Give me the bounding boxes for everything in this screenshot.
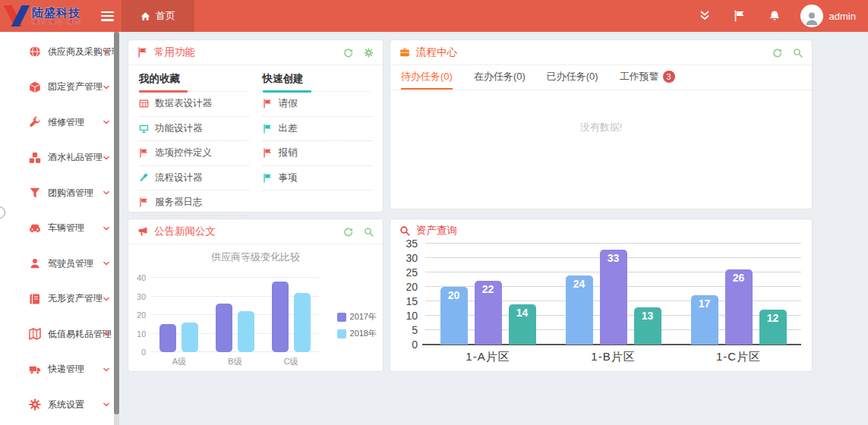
list-item[interactable]: 请假 xyxy=(263,92,373,117)
list-item[interactable]: 报销 xyxy=(263,141,373,166)
process-tab[interactable]: 在办任务(0) xyxy=(474,65,526,90)
chevron-down-icon xyxy=(103,225,110,232)
tab-quick-create[interactable]: 快速创建 xyxy=(263,65,373,92)
gear-icon[interactable] xyxy=(364,48,374,58)
brand-logo: 陆盛科技 倾听 倾心 倾力 xyxy=(0,3,99,29)
panel-process-header: 流程中心 xyxy=(390,40,812,65)
sidebar-item[interactable]: 驾驶员管理 xyxy=(0,246,119,282)
list-item[interactable]: 选项控件定义 xyxy=(139,141,249,166)
sidebar-item[interactable]: 无形资产管理 xyxy=(0,282,119,317)
list-item-label: 出差 xyxy=(279,122,298,135)
list-item-label: 功能设计器 xyxy=(155,122,203,135)
sidebar-item-label: 快递管理 xyxy=(48,363,84,376)
sidebar-item[interactable]: 维修管理 xyxy=(0,105,119,140)
bar xyxy=(159,324,176,352)
briefcase-icon xyxy=(399,47,410,58)
gear-icon xyxy=(29,398,41,411)
list-item-label: 请假 xyxy=(279,97,298,110)
y-axis-tick-label: 20 xyxy=(137,310,146,320)
home-icon xyxy=(140,11,150,21)
tab-home[interactable]: 首页 xyxy=(122,0,194,32)
username[interactable]: admin xyxy=(829,11,856,22)
bar-value-label: 17 xyxy=(699,298,711,310)
y-axis-tick-label: 10 xyxy=(406,310,418,322)
chevron-double-down-icon[interactable] xyxy=(699,10,711,22)
warning-count-badge: 3 xyxy=(663,71,675,83)
y-axis-tick-label: 15 xyxy=(406,295,418,307)
search-icon[interactable] xyxy=(793,48,803,58)
bar: 14 xyxy=(509,304,536,345)
chevron-down-icon xyxy=(103,48,110,55)
sidebar-item[interactable]: 低值易耗品管理 xyxy=(0,316,119,352)
gridline xyxy=(425,243,801,244)
bar-value-label: 33 xyxy=(608,252,620,264)
table-icon xyxy=(139,99,149,109)
avatar[interactable] xyxy=(800,5,823,27)
quick-create-list: 请假出差报销事项 xyxy=(263,92,373,190)
legend-swatch xyxy=(337,313,346,322)
y-axis-tick-label: 30 xyxy=(137,292,146,301)
sidebar-scrollbar-thumb[interactable] xyxy=(114,32,119,414)
list-item[interactable]: 数据表设计器 xyxy=(139,92,249,117)
y-axis-tick-label: 30 xyxy=(406,252,418,264)
bar: 20 xyxy=(440,287,468,345)
process-tab[interactable]: 已办任务(0) xyxy=(547,65,598,90)
sidebar-item-label: 固定资产管理 xyxy=(48,80,103,93)
book-icon xyxy=(29,293,41,305)
sidebar-item[interactable]: 快递管理 xyxy=(0,352,119,388)
list-item-label: 事项 xyxy=(279,172,298,184)
header-right-cluster: admin xyxy=(699,5,868,27)
funnel-icon xyxy=(29,187,41,199)
sidebar-item-label: 酒水礼品管理 xyxy=(48,151,103,164)
bar xyxy=(181,323,198,352)
cubes-icon xyxy=(29,152,41,164)
header-flag-icon[interactable] xyxy=(734,10,746,22)
notifications-bell-icon[interactable] xyxy=(769,10,781,22)
asset-chart-plot: 051015202530352022141-A片区2433131-B片区1726… xyxy=(425,245,801,345)
sidebar-item[interactable]: 酒水礼品管理 xyxy=(0,140,119,176)
x-axis-category-label: 1-B片区 xyxy=(566,350,661,364)
truck-icon xyxy=(29,364,41,376)
chevron-down-icon xyxy=(103,295,110,303)
flag-icon xyxy=(263,99,273,109)
list-item[interactable]: 出差 xyxy=(263,117,373,142)
refresh-icon[interactable] xyxy=(343,227,353,237)
sidebar-item[interactable]: 供应商及采购管理 xyxy=(0,34,119,70)
flag-icon xyxy=(139,197,149,207)
sidebar-item[interactable]: 固定资产管理 xyxy=(0,70,119,105)
panel-common-functions: 常用功能 我的收藏 数据表设计器功能设计器选项控件定义流程设计器服务器日志 快速… xyxy=(128,39,383,212)
globe-icon xyxy=(29,46,41,58)
list-item[interactable]: 服务器日志 xyxy=(139,190,249,216)
sidebar-item-label: 驾驶员管理 xyxy=(48,257,93,270)
list-item[interactable]: 事项 xyxy=(263,166,373,191)
sidebar: 供应商及采购管理固定资产管理维修管理酒水礼品管理团购酒管理车辆管理驾驶员管理无形… xyxy=(0,32,119,425)
tab-quick-create-label: 快速创建 xyxy=(263,73,304,84)
panel-process-center: 流程中心 待办任务(0)在办任务(0)已办任务(0)工作预警3 没有数据! xyxy=(390,39,813,209)
chevron-down-icon xyxy=(103,401,110,408)
panel-title: 流程中心 xyxy=(416,46,457,59)
chevron-down-icon xyxy=(103,366,110,373)
refresh-icon[interactable] xyxy=(772,48,782,58)
tab-my-favorites[interactable]: 我的收藏 xyxy=(139,65,249,92)
sidebar-item[interactable]: 系统设置 xyxy=(0,387,119,423)
tab-underline xyxy=(263,90,311,93)
search-icon[interactable] xyxy=(364,227,374,237)
sidebar-item[interactable]: 团购酒管理 xyxy=(0,175,119,211)
process-tab[interactable]: 工作预警3 xyxy=(620,65,675,90)
bar-value-label: 12 xyxy=(767,312,779,324)
panel-announce-header: 公告新闻公文 xyxy=(128,219,383,244)
bar xyxy=(238,311,254,352)
sidebar-item[interactable]: 车辆管理 xyxy=(0,211,119,247)
sidebar-item-label: 车辆管理 xyxy=(48,222,84,235)
panel-process-actions xyxy=(772,48,803,58)
hamburger-menu-button[interactable] xyxy=(101,11,114,21)
bar xyxy=(294,293,311,352)
refresh-icon[interactable] xyxy=(343,48,353,58)
announcements-chart: 010203040A级B级C级 2017年2018年 xyxy=(151,266,377,369)
process-tab[interactable]: 待办任务(0) xyxy=(401,65,453,90)
list-item[interactable]: 流程设计器 xyxy=(139,166,249,191)
list-item[interactable]: 功能设计器 xyxy=(139,117,249,142)
process-tab-label: 工作预警 xyxy=(620,70,659,83)
tab-my-favorites-label: 我的收藏 xyxy=(139,73,180,84)
x-axis-category-label: B级 xyxy=(216,356,254,367)
